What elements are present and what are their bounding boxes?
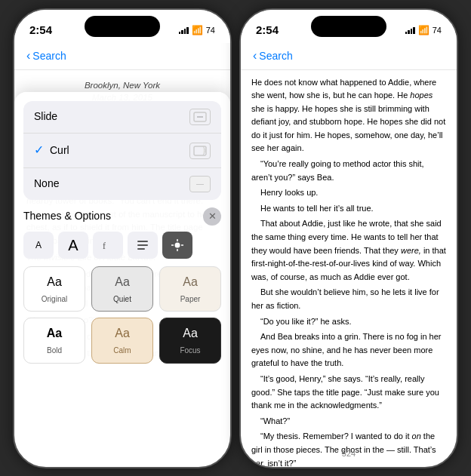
dynamic-island-right (311, 16, 386, 37)
signal-icon-left (179, 26, 189, 34)
transition-none-label: None (34, 176, 189, 192)
reading-para-8: And Bea breaks into a grin. There is no … (251, 330, 446, 370)
transition-curl[interactable]: ✓ Curl (23, 134, 221, 168)
theme-original-name: Original (42, 293, 67, 306)
slide-icon (189, 109, 211, 125)
svg-rect-4 (137, 241, 148, 242)
svg-rect-6 (137, 248, 145, 250)
theme-focus-name: Focus (180, 345, 200, 357)
back-chevron-left: ‹ (26, 49, 30, 63)
theme-quiet-aa: Aa (115, 273, 130, 292)
overlay-panel: Slide ✓ Curl (14, 92, 230, 372)
page-number: 524 (342, 449, 356, 458)
reading-para-5: That about Addie, just like he wrote, th… (251, 217, 446, 284)
status-icons-right: 📶 74 (405, 25, 442, 35)
font-small-button[interactable]: A (23, 232, 54, 259)
nav-bar-right: ‹ Search (241, 43, 457, 70)
font-controls: A A f (23, 232, 221, 259)
svg-text:f: f (103, 241, 106, 251)
transition-menu: Slide ✓ Curl (23, 101, 221, 200)
left-phone: 2:54 📶 74 ‹ Search (13, 8, 232, 468)
svg-rect-5 (137, 244, 148, 246)
battery-left: 74 (206, 26, 215, 35)
font-large-button[interactable]: A (58, 232, 88, 259)
svg-point-7 (175, 243, 180, 248)
curl-icon (189, 143, 211, 159)
nav-bar-left: ‹ Search (14, 43, 230, 70)
reading-para-6: But she wouldn’t believe him, so he lets… (251, 286, 446, 312)
theme-original-aa: Aa (47, 273, 62, 292)
theme-paper-aa: Aa (183, 273, 198, 292)
font-layout-button[interactable] (128, 232, 158, 259)
theme-bold[interactable]: Aa Bold (23, 318, 85, 363)
reading-content: He does not know what happened to Addie,… (241, 70, 457, 468)
theme-grid: Aa Original Aa Quiet Aa Paper (23, 266, 221, 364)
back-label-left: Search (32, 50, 66, 62)
theme-calm-aa: Aa (115, 324, 130, 343)
brightness-button[interactable] (162, 232, 192, 259)
back-button-left[interactable]: ‹ Search (26, 49, 66, 63)
theme-bold-aa: Aa (47, 324, 62, 343)
phones-container: 2:54 📶 74 ‹ Search (0, 0, 471, 476)
book-content: Brooklyn, New YorkMarch 13, 2015 II “Hen… (14, 70, 230, 373)
theme-paper-name: Paper (180, 293, 201, 306)
theme-paper[interactable]: Aa Paper (159, 266, 221, 312)
none-icon: — (189, 176, 211, 192)
transition-slide-label: Slide (34, 109, 189, 125)
signal-icon-right (405, 26, 415, 34)
wifi-icon-right: 📶 (418, 25, 429, 35)
close-button[interactable]: ✕ (203, 207, 221, 226)
themes-header: Themes & Options ✕ (23, 207, 221, 226)
font-type-button[interactable]: f (93, 232, 123, 259)
themes-title: Themes & Options (23, 208, 111, 225)
reading-para-3: Henry looks up. (251, 186, 446, 200)
reading-para-10: “What?” (251, 415, 446, 428)
theme-quiet[interactable]: Aa Quiet (91, 266, 153, 312)
reading-para-1: He does not know what happened to Addie,… (251, 76, 446, 156)
theme-quiet-name: Quiet (113, 293, 131, 306)
theme-original[interactable]: Aa Original (23, 266, 85, 312)
status-icons-left: 📶 74 (179, 25, 215, 35)
reading-para-4: He wants to tell her it’s all true. (251, 202, 446, 216)
right-phone: 2:54 📶 74 ‹ Search (239, 8, 458, 468)
transition-curl-label: Curl (50, 143, 189, 159)
theme-focus-aa: Aa (183, 324, 198, 343)
theme-calm-name: Calm (113, 345, 131, 357)
reading-para-7: “Do you like it?” he asks. (251, 315, 446, 329)
time-left: 2:54 (29, 23, 52, 36)
transition-slide[interactable]: Slide (23, 101, 221, 134)
dynamic-island-left (85, 16, 160, 37)
reading-para-9: “It’s good, Henry,” she says. “It’s real… (251, 373, 446, 413)
theme-bold-name: Bold (47, 345, 62, 357)
back-chevron-right: ‹ (253, 49, 257, 63)
wifi-icon-left: 📶 (192, 25, 203, 35)
transition-none[interactable]: None — (23, 168, 221, 200)
reading-para-2: “You’re really going to method actor thi… (251, 158, 446, 184)
back-button-right[interactable]: ‹ Search (253, 49, 293, 63)
time-right: 2:54 (256, 23, 279, 36)
theme-calm[interactable]: Aa Calm (91, 318, 153, 363)
battery-right: 74 (433, 26, 442, 35)
theme-focus[interactable]: Aa Focus (159, 318, 221, 363)
back-label-right: Search (259, 50, 292, 62)
curl-checkmark: ✓ (34, 141, 44, 160)
